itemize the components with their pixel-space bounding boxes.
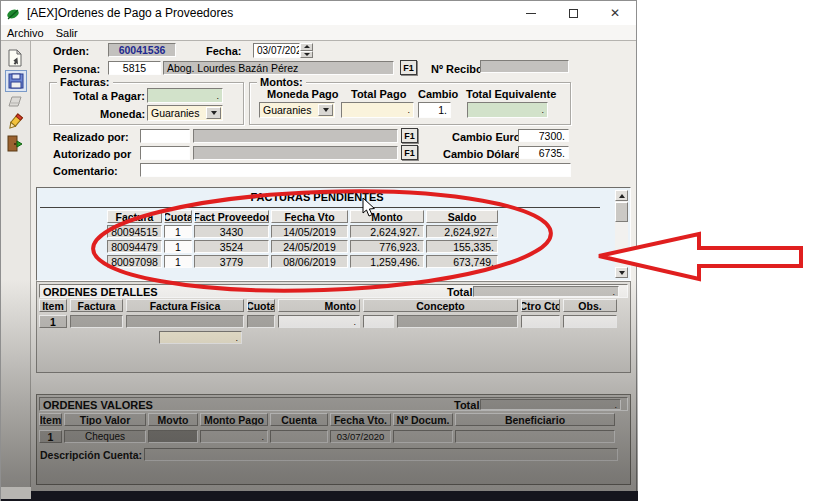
valores-header-row: Item Tipo Valor Movto Monto Pago Cuenta … — [39, 413, 615, 426]
close-button[interactable]: ✕ — [594, 1, 636, 25]
cell-factura[interactable]: 80097098 — [107, 255, 162, 268]
total-equivalente-field[interactable]: . — [467, 102, 548, 118]
cell-monto[interactable]: 1,259,496. — [350, 255, 424, 268]
menu-salir[interactable]: Salir — [50, 27, 84, 39]
recibo-field[interactable] — [480, 60, 569, 73]
col-factura-fisica: Factura Física — [126, 299, 244, 312]
detalles-total-field[interactable]: . — [473, 286, 619, 297]
cell-num-docum[interactable] — [393, 430, 453, 443]
total-pago-field[interactable]: . — [341, 102, 414, 118]
scrollbar-thumb[interactable] — [615, 202, 628, 222]
moneda-pago-dropdown[interactable]: Guaranies — [259, 102, 335, 118]
new-record-icon[interactable] — [5, 48, 25, 68]
col-fact-proveedor: Fact Proveedor — [194, 210, 269, 223]
cambio-euros-field[interactable]: 7300. — [518, 129, 569, 142]
montos-legend: Montos: — [257, 76, 306, 88]
table-row[interactable]: 80094515 1 3430 14/05/2019 2,624,927. 2,… — [107, 225, 498, 238]
cell-cuenta[interactable] — [270, 430, 328, 443]
cell-cuota[interactable]: 1 — [164, 255, 192, 268]
cell-saldo[interactable]: 2,624,927. — [426, 225, 498, 238]
persona-name-field[interactable]: Abog. Lourdes Bazán Pérez — [163, 61, 394, 75]
cell-cuota[interactable] — [247, 315, 275, 328]
cell-item[interactable]: 1 — [39, 430, 62, 443]
table-row[interactable]: 80097098 1 3779 08/06/2019 1,259,496. 67… — [107, 255, 498, 268]
cell-factura[interactable]: 80094515 — [107, 225, 162, 238]
total-equivalente-label: Total Equivalente — [466, 88, 556, 100]
cell-factura[interactable] — [70, 315, 123, 328]
window-title: [AEX]Ordenes de Pago a Proveedores — [27, 6, 233, 20]
cell-obs[interactable] — [563, 315, 617, 328]
cell-monto-pago[interactable]: . — [200, 430, 268, 443]
cell-fecha-vto[interactable]: 03/07/2020 — [330, 430, 391, 443]
fecha-spinner[interactable] — [300, 43, 313, 58]
comentario-field[interactable] — [140, 163, 571, 177]
cell-monto[interactable]: 776,923. — [350, 240, 424, 253]
col-cuota: Cuota — [247, 299, 275, 312]
cell-item[interactable]: 1 — [39, 315, 67, 328]
cell-saldo[interactable]: 673,749. — [426, 255, 498, 268]
cell-factura[interactable]: 80094479 — [107, 240, 162, 253]
realizado-f1-button[interactable]: F1 — [401, 128, 418, 143]
spinner-up-icon[interactable] — [300, 43, 313, 51]
valores-total-field[interactable]: . — [480, 399, 621, 410]
col-saldo: Saldo — [426, 210, 498, 223]
cell-tipo-valor[interactable]: Cheques — [64, 430, 146, 443]
moneda-dropdown[interactable]: Guaranies — [147, 105, 223, 121]
descripcion-cuenta-label: Descripción Cuenta: — [40, 449, 142, 461]
detalles-edit-field[interactable]: . — [159, 331, 242, 344]
detalles-row[interactable]: 1 . — [39, 315, 617, 328]
vertical-scrollbar[interactable] — [615, 190, 628, 278]
cell-concepto[interactable] — [397, 315, 518, 328]
orden-field[interactable]: 60041536 — [108, 43, 176, 57]
cell-fecha-vto[interactable]: 24/05/2019 — [271, 240, 348, 253]
cell-fecha-vto[interactable]: 08/06/2019 — [271, 255, 348, 268]
cell-saldo[interactable]: 155,335. — [426, 240, 498, 253]
cell-cuota[interactable]: 1 — [164, 240, 192, 253]
edit-pencil-icon[interactable] — [5, 112, 25, 132]
realizado-name-field[interactable] — [193, 129, 398, 143]
moneda-value: Guaranies — [151, 107, 199, 119]
titlebar: [AEX]Ordenes de Pago a Proveedores ✕ — [1, 1, 636, 25]
moneda-dropdown-arrow-icon[interactable] — [206, 107, 221, 119]
autorizado-name-field[interactable] — [193, 146, 398, 160]
persona-code-field[interactable]: 5815 — [108, 61, 161, 75]
cambio-field[interactable]: 1. — [418, 102, 451, 118]
eraser-icon[interactable] — [5, 92, 25, 112]
spinner-down-icon[interactable] — [300, 51, 313, 59]
cell-monto[interactable]: 2,624,927. — [350, 225, 424, 238]
autorizado-label: Autorizado por — [53, 148, 131, 160]
detalles-title: ORDENES DETALLES — [43, 286, 158, 298]
cell-fact-proveedor[interactable]: 3430 — [194, 225, 269, 238]
cell-movto[interactable] — [148, 430, 198, 443]
scroll-down-icon[interactable] — [615, 267, 628, 278]
cell-beneficiario[interactable] — [455, 430, 615, 443]
detalles-header-bar: ORDENES DETALLES Total: . — [39, 284, 628, 298]
realizado-code-field[interactable] — [140, 129, 190, 143]
col-movto: Movto — [148, 413, 198, 426]
facturas-pendientes-title: FACTURAS PENDIENTES — [37, 191, 597, 203]
fecha-field[interactable]: 03/07/2020 — [253, 43, 300, 58]
menu-archivo[interactable]: Archivo — [1, 27, 50, 39]
cell-fact-proveedor[interactable]: 3779 — [194, 255, 269, 268]
save-icon[interactable] — [5, 70, 27, 92]
cell-factura-fisica[interactable] — [126, 315, 244, 328]
table-row[interactable]: 80094479 1 3524 24/05/2019 776,923. 155,… — [107, 240, 498, 253]
persona-f1-button[interactable]: F1 — [400, 60, 417, 75]
autorizado-f1-button[interactable]: F1 — [401, 145, 418, 160]
scroll-up-icon[interactable] — [615, 190, 628, 201]
cell-monto[interactable]: . — [278, 315, 360, 328]
valores-row[interactable]: 1 Cheques . 03/07/2020 — [39, 430, 615, 443]
cell-fact-proveedor[interactable]: 3524 — [194, 240, 269, 253]
cell-cuota[interactable]: 1 — [164, 225, 192, 238]
exit-door-icon[interactable] — [5, 133, 25, 153]
cell-fecha-vto[interactable]: 14/05/2019 — [271, 225, 348, 238]
total-a-pagar-field[interactable]: . — [147, 88, 223, 103]
descripcion-cuenta-field[interactable] — [144, 448, 618, 461]
autorizado-code-field[interactable] — [140, 146, 190, 160]
moneda-pago-dropdown-arrow-icon[interactable] — [318, 104, 333, 116]
cell-ctro-cto[interactable] — [521, 315, 560, 328]
cell-extra[interactable] — [363, 315, 394, 328]
maximize-button[interactable] — [552, 1, 594, 25]
cambio-dolares-field[interactable]: 6735. — [518, 146, 569, 159]
minimize-button[interactable] — [510, 1, 552, 25]
